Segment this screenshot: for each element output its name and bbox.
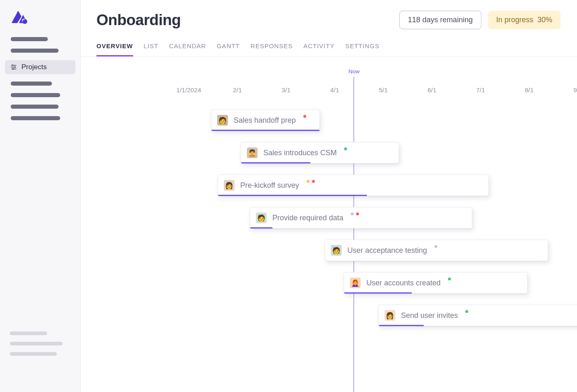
axis-tick: 5/1: [379, 86, 388, 94]
axis-tick: 1/1/2024: [176, 86, 201, 94]
header: Onboarding 118 days remaining In progres…: [81, 0, 577, 29]
axis-tick: 8/1: [525, 86, 534, 94]
axis-tick: 7/1: [476, 86, 485, 94]
sidebar-item-placeholder[interactable]: [11, 37, 48, 41]
sidebar-item-projects[interactable]: Projects: [5, 60, 75, 74]
sidebar-footer-placeholder: [10, 342, 63, 345]
avatar: 👩: [224, 180, 235, 191]
status-dots: [307, 180, 315, 183]
gantt-bar[interactable]: 👩Pre-kickoff survey: [218, 175, 489, 196]
avatar: 🧑‍🦱: [247, 147, 258, 158]
red-dot-icon: [303, 115, 306, 118]
status-dots: [344, 147, 347, 150]
sidebar-item-placeholder[interactable]: [11, 116, 60, 120]
gray-dot-icon: [434, 245, 437, 248]
progress-indicator: [344, 292, 412, 294]
gantt-bar-label: Sales handoff prep: [234, 116, 296, 125]
avatar: 🧑: [331, 245, 342, 256]
tab-responses[interactable]: RESPONSES: [251, 42, 293, 56]
axis-tick: 6/1: [427, 86, 436, 94]
progress-indicator: [218, 195, 367, 196]
progress-indicator: [250, 227, 272, 229]
now-marker: Now: [354, 77, 354, 392]
gantt-bar[interactable]: 🧑User acceptance testing: [325, 240, 548, 261]
green-dot-icon: [448, 278, 451, 280]
gantt-bar-label: Sales introduces CSM: [263, 149, 337, 157]
tab-calendar[interactable]: CALENDAR: [169, 42, 206, 56]
sidebar-item-placeholder[interactable]: [11, 93, 60, 97]
axis-tick: 4/1: [330, 86, 339, 94]
yellow-dot-icon: [307, 180, 310, 183]
gantt-bar-label: Provide required data: [272, 214, 343, 222]
tabs: OVERVIEWLISTCALENDARGANTTRESPONSESACTIVI…: [81, 29, 577, 57]
tab-overview[interactable]: OVERVIEW: [96, 42, 133, 56]
now-label: Now: [348, 68, 359, 75]
avatar: 👩‍🦰: [350, 278, 361, 288]
gantt-bar-label: Send user invites: [401, 311, 458, 320]
timeline: 1/1/20242/13/14/15/16/17/18/19/1 Now 🧑Sa…: [81, 57, 577, 392]
logo: [0, 9, 80, 35]
tab-gantt[interactable]: GANTT: [217, 42, 240, 56]
logo-icon: [10, 9, 28, 25]
tab-settings[interactable]: SETTINGS: [345, 42, 380, 56]
page-title: Onboarding: [96, 12, 181, 29]
progress-indicator: [241, 162, 310, 163]
sidebar-footer: [0, 331, 80, 392]
gantt-bar-label: User acceptance testing: [347, 246, 427, 255]
status-dots: [434, 245, 437, 248]
status-dots: [465, 310, 468, 313]
status-badge: In progress 30%: [488, 11, 561, 29]
gantt-bar[interactable]: 👩‍🦰User accounts created: [344, 272, 528, 294]
gray-dot-icon: [351, 212, 354, 215]
avatar: 🧑: [256, 212, 267, 223]
green-dot-icon: [344, 147, 347, 150]
status-percent: 30%: [537, 16, 552, 24]
axis-tick: 9/1: [573, 86, 577, 94]
tab-list[interactable]: LIST: [144, 42, 159, 56]
gantt-bar-label: User accounts created: [366, 279, 441, 287]
axis-tick: 2/1: [233, 86, 242, 94]
progress-indicator: [211, 130, 319, 131]
progress-indicator: [379, 325, 424, 326]
gantt-bar-label: Pre-kickoff survey: [240, 181, 299, 190]
status-dots: [448, 278, 451, 280]
svg-point-4: [12, 65, 13, 66]
tab-activity[interactable]: ACTIVITY: [303, 42, 335, 56]
sidebar-item-placeholder[interactable]: [11, 49, 59, 53]
green-dot-icon: [465, 310, 468, 313]
avatar: 🧑: [217, 115, 228, 126]
sidebar-item-label: Projects: [21, 63, 47, 71]
sidebar-footer-placeholder: [10, 331, 47, 335]
main: Onboarding 118 days remaining In progres…: [81, 0, 577, 392]
sidebar-item-placeholder[interactable]: [11, 105, 59, 109]
days-remaining-pill: 118 days remaining: [399, 11, 481, 29]
status-dots: [303, 115, 306, 118]
gantt-bar[interactable]: 🧑‍🦱Sales introduces CSM: [241, 142, 399, 163]
sidebar-footer-placeholder: [10, 352, 57, 356]
red-dot-icon: [356, 212, 359, 215]
sidebar-item-placeholder[interactable]: [11, 82, 52, 86]
svg-point-6: [14, 67, 16, 68]
svg-point-2: [23, 19, 27, 23]
gantt-bar[interactable]: 👩Send user invites: [378, 305, 577, 326]
sidebar: Projects: [0, 0, 81, 392]
red-dot-icon: [312, 180, 315, 183]
svg-point-8: [12, 68, 14, 70]
gantt-bar[interactable]: 🧑Sales handoff prep: [211, 110, 320, 131]
sliders-icon: [10, 63, 17, 71]
gantt-bar[interactable]: 🧑Provide required data: [250, 207, 472, 229]
status-dots: [351, 212, 359, 215]
timeline-axis: 1/1/20242/13/14/15/16/17/18/19/1: [96, 86, 561, 95]
axis-tick: 3/1: [281, 86, 291, 94]
status-label: In progress: [496, 16, 533, 24]
avatar: 👩: [385, 310, 395, 321]
